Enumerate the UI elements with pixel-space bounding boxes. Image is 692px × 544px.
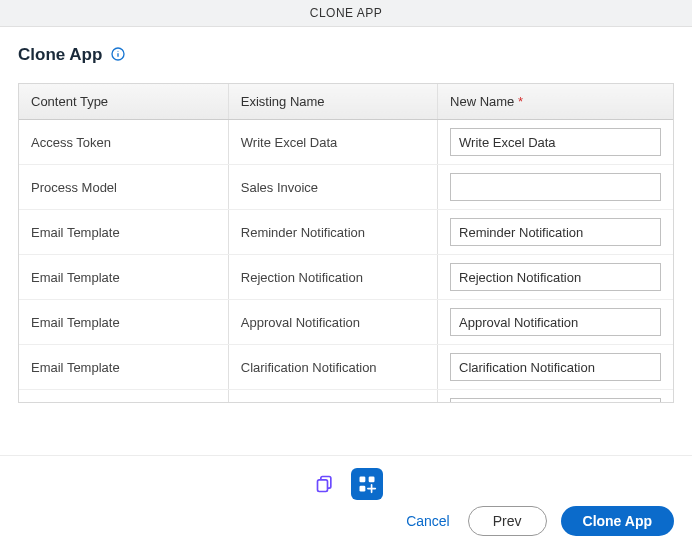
- table-row: Access TokenWrite Excel Data: [19, 120, 673, 165]
- footer-view-switch: [18, 468, 674, 500]
- cell-existing-name: Write Excel Data: [228, 120, 437, 165]
- svg-point-2: [118, 50, 119, 51]
- cell-existing-name: Rejection Notification: [228, 255, 437, 300]
- col-new-name: New Name *: [438, 84, 673, 120]
- clone-table-wrap: Content Type Existing Name New Name * Ac…: [18, 83, 674, 403]
- footer-actions: Cancel Prev Clone App: [18, 506, 674, 536]
- info-icon[interactable]: [110, 46, 126, 65]
- new-name-input[interactable]: [450, 218, 661, 246]
- cell-new-name: [438, 210, 673, 255]
- page-title: Clone App: [18, 45, 102, 65]
- footer-spacer: [0, 403, 692, 455]
- col-content-type: Content Type: [19, 84, 228, 120]
- new-name-input[interactable]: [450, 173, 661, 201]
- svg-rect-4: [318, 480, 328, 492]
- cell-new-name: [438, 165, 673, 210]
- cell-new-name: [438, 390, 673, 404]
- table-row: Email TemplateApproval Notification: [19, 300, 673, 345]
- cell-content-type: Email Template: [19, 300, 228, 345]
- cell-content-type: Email Template: [19, 345, 228, 390]
- table-row: Process ModelSales Invoice: [19, 165, 673, 210]
- cell-content-type: Access Token: [19, 120, 228, 165]
- new-name-input[interactable]: [450, 353, 661, 381]
- clone-app-button[interactable]: Clone App: [561, 506, 674, 536]
- cell-existing-name: Sales Invoice: [228, 165, 437, 210]
- grid-view-button[interactable]: [351, 468, 383, 500]
- table-row: Email TemplateReminder Notification: [19, 210, 673, 255]
- cell-new-name: [438, 345, 673, 390]
- svg-rect-6: [369, 477, 375, 483]
- col-existing-name: Existing Name: [228, 84, 437, 120]
- cell-existing-name: Reminder Notification: [228, 210, 437, 255]
- new-name-input[interactable]: [450, 308, 661, 336]
- cell-existing-name: Clarification Notification: [228, 345, 437, 390]
- page-title-row: Clone App: [18, 45, 674, 65]
- modal-header: CLONE APP: [0, 0, 692, 27]
- cell-content-type: Email Template: [19, 255, 228, 300]
- cancel-button[interactable]: Cancel: [402, 507, 454, 535]
- cell-content-type: Email Template: [19, 210, 228, 255]
- required-asterisk: *: [514, 94, 523, 109]
- cell-content-type: Email Template: [19, 390, 228, 404]
- cell-existing-name: Assignment Notification: [228, 390, 437, 404]
- table-row: Email TemplateRejection Notification: [19, 255, 673, 300]
- new-name-input[interactable]: [450, 263, 661, 291]
- svg-rect-5: [360, 477, 366, 483]
- footer: Cancel Prev Clone App: [0, 455, 692, 544]
- cell-content-type: Process Model: [19, 165, 228, 210]
- modal-title: CLONE APP: [310, 6, 383, 20]
- table-header-row: Content Type Existing Name New Name *: [19, 84, 673, 120]
- cell-new-name: [438, 255, 673, 300]
- new-name-input[interactable]: [450, 128, 661, 156]
- clone-table: Content Type Existing Name New Name * Ac…: [19, 84, 673, 403]
- cell-existing-name: Approval Notification: [228, 300, 437, 345]
- table-row: Email TemplateAssignment Notification: [19, 390, 673, 404]
- svg-rect-7: [360, 486, 366, 492]
- cell-new-name: [438, 300, 673, 345]
- content-area: Clone App Content Type Existing Name New…: [0, 27, 692, 403]
- prev-button[interactable]: Prev: [468, 506, 547, 536]
- copy-view-button[interactable]: [309, 468, 341, 500]
- cell-new-name: [438, 120, 673, 165]
- table-row: Email TemplateClarification Notification: [19, 345, 673, 390]
